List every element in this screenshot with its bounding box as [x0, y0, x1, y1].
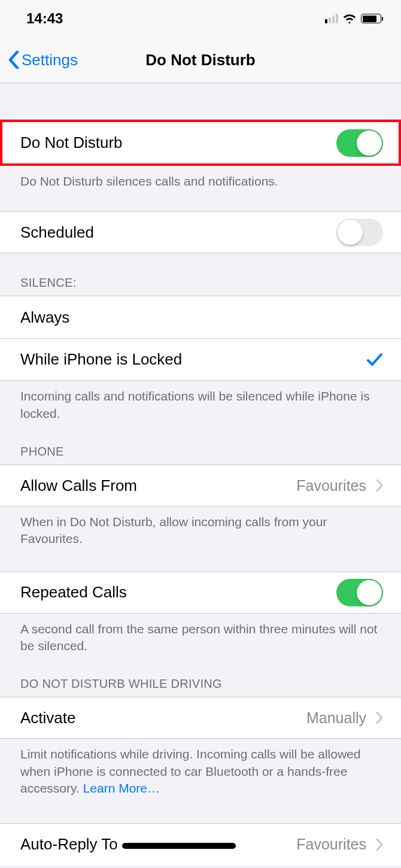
- wifi-icon: [343, 14, 356, 23]
- driving-footer: Limit notifications while driving. Incom…: [0, 739, 401, 797]
- do-not-disturb-footer: Do Not Disturb silences calls and notifi…: [0, 166, 401, 190]
- silence-header: SILENCE:: [0, 253, 401, 296]
- silence-option-label: Always: [20, 308, 383, 327]
- status-bar: 14:43: [0, 0, 401, 37]
- checkmark-icon: [366, 353, 383, 367]
- activate-value: Manually: [306, 709, 366, 727]
- back-label: Settings: [22, 51, 78, 69]
- silence-option-label: While iPhone is Locked: [20, 350, 366, 369]
- chevron-left-icon: [8, 51, 19, 69]
- cellular-signal-icon: [325, 14, 338, 23]
- auto-reply-value: Favourites: [296, 836, 366, 853]
- silence-option-locked[interactable]: While iPhone is Locked: [0, 338, 401, 380]
- repeated-calls-label: Repeated Calls: [20, 583, 336, 602]
- do-not-disturb-row[interactable]: Do Not Disturb: [0, 119, 401, 166]
- scheduled-label: Scheduled: [20, 223, 336, 242]
- status-indicators: [325, 14, 383, 23]
- status-time: 14:43: [26, 10, 63, 27]
- learn-more-link[interactable]: Learn More…: [83, 781, 160, 795]
- redacted-text: [122, 843, 236, 849]
- allow-calls-footer: When in Do Not Disturb, allow incoming c…: [0, 506, 401, 548]
- phone-header: PHONE: [0, 422, 401, 465]
- chevron-right-icon: [376, 712, 383, 724]
- allow-calls-row[interactable]: Allow Calls From Favourites: [0, 465, 401, 506]
- do-not-disturb-toggle[interactable]: [336, 129, 383, 157]
- repeated-calls-toggle[interactable]: [336, 579, 383, 606]
- chevron-right-icon: [376, 479, 383, 491]
- scheduled-row[interactable]: Scheduled: [0, 211, 401, 253]
- activate-row[interactable]: Activate Manually: [0, 697, 401, 739]
- battery-icon: [361, 14, 383, 23]
- allow-calls-label: Allow Calls From: [20, 477, 296, 495]
- activate-label: Activate: [20, 709, 306, 727]
- silence-footer: Incoming calls and notifications will be…: [0, 381, 401, 422]
- driving-footer-text: Limit notifications while driving. Incom…: [20, 747, 360, 795]
- nav-bar: Settings Do Not Disturb: [0, 37, 401, 83]
- auto-reply-row[interactable]: Auto-Reply To Favourites: [0, 823, 401, 865]
- allow-calls-value: Favourites: [296, 477, 366, 494]
- repeated-calls-row[interactable]: Repeated Calls: [0, 572, 401, 614]
- silence-option-always[interactable]: Always: [0, 296, 401, 338]
- chevron-right-icon: [376, 839, 383, 851]
- silence-options: Always While iPhone is Locked: [0, 296, 401, 381]
- back-button[interactable]: Settings: [0, 51, 78, 69]
- repeated-calls-footer: A second call from the same person withi…: [0, 614, 401, 655]
- driving-header: DO NOT DISTURB WHILE DRIVING: [0, 654, 401, 697]
- do-not-disturb-label: Do Not Disturb: [20, 133, 336, 152]
- auto-reply-label: Auto-Reply To: [20, 835, 296, 854]
- scheduled-toggle[interactable]: [336, 218, 383, 246]
